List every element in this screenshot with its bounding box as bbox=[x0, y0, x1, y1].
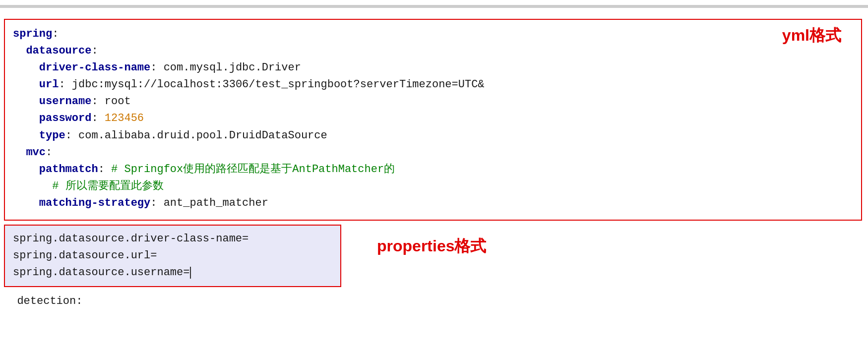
properties-box: spring.datasource.driver-class-name= spr… bbox=[4, 225, 341, 287]
top-bar bbox=[0, 5, 868, 8]
props-line-1: spring.datasource.url= bbox=[13, 247, 332, 264]
props-line-2: spring.datasource.username= bbox=[13, 264, 332, 281]
yml-key-spring: spring bbox=[13, 28, 52, 40]
yml-line-0: spring: bbox=[13, 26, 853, 43]
main-container: yml格式 spring: datasource: driver-class-n… bbox=[0, 0, 868, 354]
yml-line-3: url: jdbc:mysql://localhost:3306/test_sp… bbox=[13, 76, 853, 93]
yml-comment-2: # 所以需要配置此参数 bbox=[52, 180, 163, 192]
properties-format-label: properties格式 bbox=[377, 236, 486, 257]
yml-line-4: username: root bbox=[13, 93, 853, 110]
yml-key-pathmatch: pathmatch bbox=[39, 163, 98, 176]
yml-value-password: 123456 bbox=[105, 112, 144, 124]
yml-key-mvc: mvc bbox=[26, 146, 46, 159]
yml-line-2: driver-class-name: com.mysql.jdbc.Driver bbox=[13, 59, 853, 76]
yml-box: yml格式 spring: datasource: driver-class-n… bbox=[4, 19, 862, 221]
properties-section-wrapper: spring.datasource.driver-class-name= spr… bbox=[0, 225, 868, 287]
yml-comment-1: # Springfox使用的路径匹配是基于AntPathMatcher的 bbox=[111, 163, 395, 176]
yml-key-password: password bbox=[39, 112, 92, 124]
yml-line-6: type: com.alibaba.druid.pool.DruidDataSo… bbox=[13, 127, 853, 144]
bottom-hint: detection: bbox=[4, 291, 862, 310]
content-area: yml格式 spring: datasource: driver-class-n… bbox=[0, 10, 868, 315]
bottom-line: detection: bbox=[4, 293, 862, 310]
yml-line-1: datasource: bbox=[13, 43, 853, 59]
yml-key-url: url bbox=[39, 78, 59, 91]
yml-line-8: pathmatch: # Springfox使用的路径匹配是基于AntPathM… bbox=[13, 161, 853, 178]
yml-key-driver: driver-class-name bbox=[39, 61, 150, 74]
yml-key-datasource: datasource bbox=[26, 45, 91, 57]
yml-key-matching-strategy: matching-strategy bbox=[39, 197, 150, 209]
yml-line-9: # 所以需要配置此参数 bbox=[13, 178, 853, 195]
yml-line-5: password: 123456 bbox=[13, 110, 853, 127]
yml-line-7: mvc: bbox=[13, 144, 853, 161]
yml-line-10: matching-strategy: ant_path_matcher bbox=[13, 195, 853, 212]
props-line-0: spring.datasource.driver-class-name= bbox=[13, 231, 332, 247]
yml-key-username: username bbox=[39, 95, 92, 108]
yml-format-label: yml格式 bbox=[782, 25, 841, 47]
text-cursor bbox=[190, 267, 191, 279]
yml-key-type: type bbox=[39, 129, 65, 142]
